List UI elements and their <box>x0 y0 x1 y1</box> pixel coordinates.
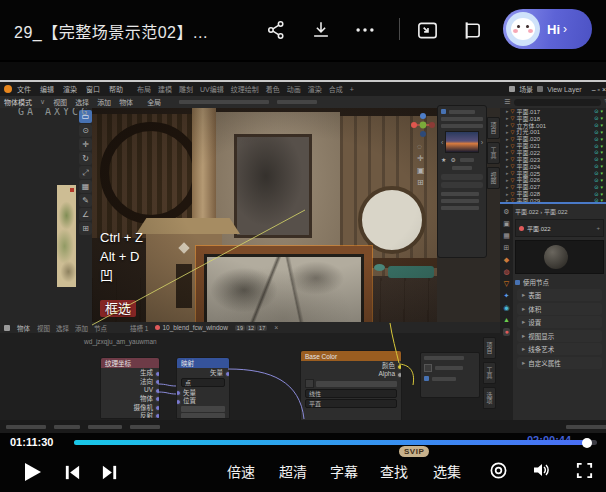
episodes-button[interactable]: 选集 <box>433 461 461 481</box>
render-toggle-icon: ▾ <box>600 156 603 162</box>
render-toggle-icon: ▾ <box>600 143 603 149</box>
viewport-menus: 视图选择添加物体 <box>53 97 133 107</box>
scene-vignette <box>92 108 437 322</box>
output-tab-icon: ▦ <box>503 232 510 240</box>
use-nodes-label: 使用节点 <box>523 277 549 287</box>
properties-section-row: ▸ 自定义属性 <box>517 357 602 369</box>
render-toggle-icon: ▾ <box>600 129 603 135</box>
speed-button[interactable]: 倍速 <box>227 461 255 481</box>
output-socket <box>155 413 160 419</box>
fullscreen-icon[interactable] <box>573 459 595 481</box>
screen: 29_【完整场景示范02】... <box>0 0 606 492</box>
theatre-mode-icon[interactable] <box>457 17 483 43</box>
prev-arrow-icon: ‹ <box>441 139 443 146</box>
vector-field-placeholder <box>181 413 225 419</box>
current-time: 01:11:30 <box>10 436 53 448</box>
side-tab: 工具 <box>487 142 500 164</box>
properties-sections: ▸ 表面 ▸ 体积 ▸ 设置 ▸ 视图显示 ▸ 线条艺术 <box>515 289 604 369</box>
expand-icon: ▸ <box>522 345 525 353</box>
mesh-icon: ▽ <box>511 143 515 149</box>
status-hint-placeholder <box>54 425 80 429</box>
share-icon[interactable] <box>263 17 289 43</box>
panel-section-placeholder <box>441 192 479 196</box>
mesh-icon: ▽ <box>511 122 515 128</box>
node-texture-coordinate: 纹理坐标 生成 法向 UV 物体 <box>100 357 160 419</box>
window-controls: – ▫ × <box>592 86 606 93</box>
expand-icon: ▸ <box>506 143 509 149</box>
visibility-icon: ⊙ <box>594 115 598 121</box>
socket-label: Alpha <box>378 370 395 377</box>
next-episode-button[interactable] <box>97 460 121 484</box>
watermark: GA AXYCG <box>18 108 90 117</box>
assistant-button[interactable]: Hi › <box>503 9 592 49</box>
expand-icon: ▸ <box>522 291 525 299</box>
modifier-tab-icon: ✦ <box>504 292 510 300</box>
node-input-row: 位置 <box>177 396 229 405</box>
sidebar-panel: ‹ › ★ ⚙ <box>437 105 487 258</box>
mesh-icon: ▽ <box>511 191 515 197</box>
visibility-icon: ⊙ <box>594 149 598 155</box>
properties-editor: ⚙ ▣ ▦ ⊞ ◆ ◍ ▽ ✦ ◉ ▲ ● 平面.022 › 平面.022 平面… <box>500 204 606 420</box>
mapping-type-dropdown: 点 <box>181 378 225 387</box>
render-toggle-icon: ▾ <box>600 108 603 114</box>
output-socket <box>155 379 160 385</box>
viewport-camera-icon: ▣ <box>417 166 425 175</box>
download-icon[interactable] <box>308 17 334 43</box>
material-name: 10_blend_fcw_window <box>162 324 227 331</box>
expand-icon: ▸ <box>506 170 509 176</box>
blender-topbar: 文件编辑渲染窗口帮助 布局建模雕刻UV编辑纹理绘制着色动画渲染合成+ 场景 Vi… <box>0 82 606 96</box>
chevron-right-icon: › <box>563 22 567 36</box>
workspace-tab: + <box>350 86 354 93</box>
play-button[interactable] <box>18 457 46 487</box>
pip-icon[interactable] <box>414 17 440 43</box>
viewport-toolbar: ▭ ⊙ ✛ ↻ ⤢ ▦ ✎ ∠ ⊞ <box>79 110 93 235</box>
volume-icon[interactable] <box>530 459 552 481</box>
dropdown-chevron-icon: ∨ <box>40 98 45 106</box>
shader-menu-item: 节点 <box>94 323 107 333</box>
socket-label: 位置 <box>183 395 196 405</box>
gear-icon: ⚙ <box>450 156 455 163</box>
shader-header: 物体 视图选择添加节点 插槽 1 10_blend_fcw_window 191… <box>0 322 500 333</box>
assistant-label: Hi <box>547 22 560 37</box>
expand-icon: ▸ <box>506 122 509 128</box>
panel-path-placeholder <box>441 124 483 128</box>
svip-badge: SVIP <box>399 446 429 457</box>
outliner: ▸ ▽ 平面.017 ⊙ ▾ ▸ ▽ 平面.018 ⊙ ▾ ▸ ▽ 立方体.00… <box>500 108 606 202</box>
progress-track[interactable] <box>74 440 597 445</box>
input-socket <box>176 390 181 396</box>
panel-dropdown-placeholder <box>441 117 483 121</box>
subtitles-button[interactable]: 字幕 <box>330 461 358 481</box>
panel-section-placeholder <box>441 199 479 203</box>
status-bar <box>0 420 606 433</box>
node-output-row: 反射 <box>101 411 159 419</box>
video-frame[interactable]: 文件编辑渲染窗口帮助 布局建模雕刻UV编辑纹理绘制着色动画渲染合成+ 场景 Vi… <box>0 62 606 433</box>
expand-icon: ▸ <box>506 136 509 142</box>
quality-button[interactable]: 超清 <box>279 461 307 481</box>
more-icon[interactable] <box>352 17 378 43</box>
video-title: 29_【完整场景示范02】... <box>14 19 208 43</box>
viewport-menu-item: 添加 <box>97 97 111 107</box>
panel-title-placeholder <box>449 110 475 114</box>
header-icons-placeholder <box>179 100 269 104</box>
editor-type-icon <box>4 325 10 331</box>
previous-episode-button[interactable] <box>60 460 84 484</box>
search-button[interactable]: 查找 <box>380 461 408 481</box>
blender-menu-item: 帮助 <box>109 84 123 94</box>
key-hint: Alt + D <box>100 247 143 266</box>
viewlayer-tab-icon: ⊞ <box>504 244 510 252</box>
scale-tool-icon: ⤢ <box>79 166 92 179</box>
visibility-icon: ⊙ <box>594 108 598 114</box>
shader-type-dropdown: 物体 <box>17 323 30 333</box>
viewlayer-selector: View Layer <box>547 86 582 93</box>
mesh-icon: ▽ <box>511 184 515 190</box>
screencast-keys: Ctrl + Z Alt + D 凹 框选 <box>100 228 143 318</box>
record-icon[interactable] <box>487 459 509 481</box>
progress-knob[interactable] <box>582 438 592 448</box>
render-tab-icon: ▣ <box>503 220 510 228</box>
assistant-avatar <box>506 12 540 46</box>
scene-icon <box>509 86 515 92</box>
render-toggle-icon: ▾ <box>600 163 603 169</box>
expand-icon: ▸ <box>522 359 525 367</box>
blender-menu-item: 文件 <box>17 84 31 94</box>
visibility-icon: ⊙ <box>594 170 598 176</box>
